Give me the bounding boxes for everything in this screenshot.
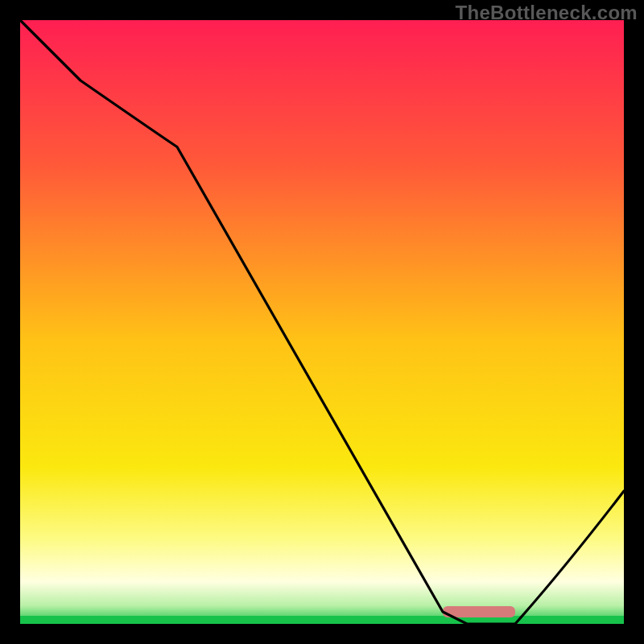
green-strip bbox=[20, 616, 624, 624]
optimal-marker bbox=[443, 606, 515, 617]
plot-background bbox=[20, 20, 624, 624]
watermark-text: TheBottleneck.com bbox=[456, 2, 638, 24]
bottleneck-chart bbox=[0, 0, 644, 644]
chart-container: TheBottleneck.com bbox=[0, 0, 644, 644]
